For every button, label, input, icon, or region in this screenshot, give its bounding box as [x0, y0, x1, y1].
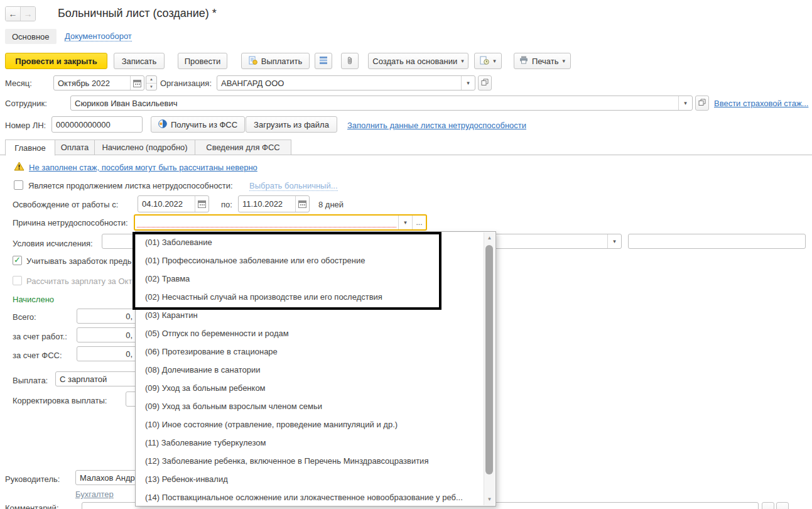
correction-label: Корректировка выплаты: [13, 396, 107, 405]
date-to-label: по: [221, 200, 232, 209]
dropdown-item[interactable]: (09) Уход за больным взрослым членом сем… [145, 397, 478, 415]
manager-field[interactable]: Малахов Андрей [75, 470, 137, 485]
employer-part-field[interactable]: 0, [77, 327, 137, 342]
cause-label: Причина нетрудоспособности: [13, 218, 128, 227]
scrollbar-thumb[interactable] [485, 245, 493, 474]
stepper-up-icon[interactable]: ▲ [146, 76, 156, 84]
accrued-header: Начислено [13, 295, 54, 304]
chevron-down-icon[interactable]: ▾ [461, 76, 475, 90]
dropdown-item[interactable]: (05) Отпуск по беременности и родам [145, 324, 478, 342]
dropdown-item[interactable]: (12) Заболевание ребенка, включенное в П… [145, 452, 478, 470]
enter-insurance-record-link[interactable]: Ввести страховой стаж... [714, 99, 808, 108]
consider-earnings-checkbox[interactable]: ✓ [13, 256, 22, 265]
cause-input[interactable] [135, 216, 398, 229]
payment-label: Выплата: [13, 376, 48, 385]
back-button[interactable]: ← [6, 7, 21, 21]
dropdown-item[interactable]: (01) Заболевание [145, 233, 478, 251]
scroll-up-icon[interactable]: ▲ [484, 234, 495, 243]
forward-button[interactable]: → [21, 7, 35, 21]
tab-fss-info[interactable]: Сведения для ФСС [195, 140, 291, 155]
date-from-field[interactable]: 04.10.2022 [138, 195, 209, 212]
month-value: Октябрь 2022 [54, 79, 130, 88]
dropdown-item[interactable]: (01) Профессиональное заболевание или ег… [145, 251, 478, 270]
organization-field[interactable]: АВАНГАРД ООО ▾ [217, 75, 475, 90]
comment-button-1[interactable] [762, 502, 774, 509]
conditions-label: Условия исчисления: [13, 239, 93, 248]
cause-dropdown-button[interactable]: ▾ [398, 216, 412, 229]
total-field[interactable]: 0, [77, 309, 137, 324]
dropdown-item[interactable]: (13) Ребенок-инвалид [145, 470, 478, 488]
employee-value: Сюриков Иван Васильевич [71, 99, 678, 108]
stepper-down-icon[interactable]: ▼ [146, 84, 156, 90]
dropdown-item[interactable]: (06) Протезирование в стационаре [145, 342, 478, 361]
organization-open-button[interactable] [478, 75, 492, 90]
dropdown-item[interactable]: (02) Несчастный случай на производстве и… [145, 288, 478, 306]
fill-sick-leave-data-link[interactable]: Заполнить данные листка нетрудоспособнос… [347, 121, 526, 130]
fss-icon [158, 119, 167, 130]
comment-button-2[interactable] [776, 502, 789, 509]
doc-clock-icon [480, 56, 489, 67]
employee-field[interactable]: Сюриков Иван Васильевич ▾ [70, 96, 693, 111]
back-icon: ← [9, 9, 18, 19]
employee-label: Сотрудник: [5, 99, 47, 108]
print-button[interactable]: Печать ▾ [514, 53, 571, 69]
chevron-down-icon[interactable]: ▾ [678, 96, 692, 110]
load-from-file-button[interactable]: Загрузить из файла [246, 116, 337, 133]
write-button[interactable]: Записать [114, 53, 165, 69]
calendar-icon[interactable] [130, 76, 144, 90]
registry-button[interactable] [315, 53, 332, 69]
continuation-checkbox[interactable] [14, 180, 23, 190]
page-title: Больничный лист (создание) * [58, 7, 217, 20]
tab-main[interactable]: Главное [5, 140, 55, 156]
total-label: Всего: [13, 312, 36, 322]
dropdown-item[interactable]: (02) Травма [145, 270, 478, 288]
tab-accrued-detail[interactable]: Начислено (подробно) [94, 140, 195, 155]
dropdown-item[interactable]: (09) Уход за больным ребенком [145, 379, 478, 397]
dropdown-item[interactable]: (08) Долечивание в санатории [145, 361, 478, 379]
chevron-down-icon: ▾ [461, 58, 464, 64]
calendar-icon[interactable] [195, 196, 208, 212]
chevron-down-icon[interactable]: ▾ [607, 234, 621, 248]
organization-value: АВАНГАРД ООО [217, 79, 461, 88]
dropdown-scrollbar[interactable]: ▲ ▼ [484, 233, 495, 505]
dropdown-item[interactable]: (14) Поствакцинальное осложнение или зло… [145, 488, 478, 506]
attachments-button[interactable] [341, 53, 359, 69]
open-link-icon [481, 79, 489, 88]
month-field[interactable]: Октябрь 2022 [53, 75, 144, 90]
doc-history-button[interactable]: ▾ [474, 53, 502, 69]
date-to-value: 11.10.2022 [239, 199, 295, 209]
month-label: Месяц: [5, 79, 32, 88]
navtab-main[interactable]: Основное [5, 29, 57, 44]
chevron-down-icon: ▾ [493, 58, 496, 64]
chevron-down-icon: ▾ [404, 220, 407, 226]
fss-part-field[interactable]: 0, [77, 346, 137, 361]
create-based-on-button[interactable]: Создать на основании ▾ [368, 53, 468, 69]
month-stepper[interactable]: ▲ ▼ [146, 75, 157, 90]
dropdown-item[interactable]: (11) Заболевание туберкулезом [145, 434, 478, 452]
calendar-icon[interactable] [295, 196, 309, 212]
cause-combobox[interactable]: ▾ ... [134, 214, 427, 231]
calc-salary-checkbox[interactable] [13, 276, 22, 285]
post-and-close-button[interactable]: Провести и закрыть [5, 53, 107, 69]
accountant-link[interactable]: Бухгалтер [75, 490, 114, 499]
dropdown-item[interactable]: (10) Иное состояние (отравление, проведе… [145, 415, 478, 434]
manager-label: Руководитель: [5, 474, 60, 484]
tab-payment[interactable]: Оплата [55, 140, 95, 155]
post-button[interactable]: Провести [178, 53, 227, 69]
pay-button[interactable]: Выплатить [241, 53, 310, 69]
cause-choose-button[interactable]: ... [412, 216, 426, 229]
date-from-value: 04.10.2022 [138, 199, 195, 209]
date-to-field[interactable]: 11.10.2022 [238, 195, 310, 212]
check-icon: ✓ [14, 256, 21, 264]
ln-number-field[interactable]: 000000000000 [51, 116, 143, 133]
get-from-fss-button[interactable]: Получить из ФСС [151, 116, 245, 133]
missing-record-warning-link[interactable]: Не заполнен стаж, пособия могут быть рас… [29, 163, 257, 172]
choose-sick-leave-link[interactable]: Выбрать больничный... [249, 181, 338, 191]
dropdown-item[interactable]: (03) Карантин [145, 306, 478, 324]
scroll-down-icon[interactable]: ▼ [484, 495, 495, 504]
conditions-extra-field[interactable] [628, 234, 806, 249]
employee-open-button[interactable] [695, 96, 709, 111]
navtab-docflow[interactable]: Документооборот [58, 29, 139, 44]
payment-field[interactable]: С зарплатой [55, 371, 137, 386]
cause-dropdown-list: (01) Заболевание (01) Профессиональное з… [135, 231, 496, 506]
